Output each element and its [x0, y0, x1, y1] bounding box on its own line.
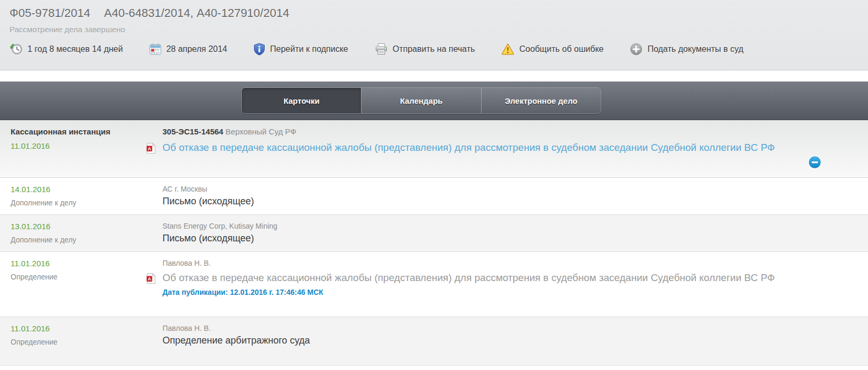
collapse-minus-icon[interactable]	[808, 155, 822, 169]
event-date: 13.01.2016	[11, 222, 157, 231]
related-case-numbers: А40-64831/2014, А40-127910/2014	[104, 6, 290, 20]
event-date: 14.01.2016	[11, 185, 157, 194]
event-row: 11.01.2016 Определение Павлова Н. В. A О…	[0, 252, 868, 317]
supreme-case-line: 305-ЭС15-14564 Верховный Суд РФ	[162, 127, 789, 136]
document-title[interactable]: Об отказе в передаче кассационной жалобы…	[162, 272, 775, 283]
event-date: 11.01.2016	[11, 259, 157, 268]
subscribe-label: Перейти к подписке	[270, 44, 348, 54]
case-status: Рассмотрение дела завершено	[10, 25, 858, 34]
event-row: 14.01.2016 Дополнение к делу АС г. Москв…	[0, 178, 868, 215]
event-author: Stans Energy Corp, Kutisay Mining	[162, 222, 789, 230]
event-title: Определение арбитражного суда	[162, 335, 789, 346]
event-type: Дополнение к делу	[11, 236, 157, 244]
event-row: 11.01.2016 Определение Павлова Н. В. Опр…	[0, 317, 868, 366]
print-label: Отправить на печать	[393, 44, 475, 54]
report-error-label: Сообщить об ошибке	[519, 44, 603, 54]
supreme-case-id: 305-ЭС15-14564	[162, 127, 223, 136]
tab-electronic-case[interactable]: Электронное дело	[481, 88, 601, 113]
event-date: 11.01.2016	[11, 141, 157, 150]
report-error-button[interactable]: Сообщить об ошибке	[501, 43, 603, 55]
tab-calendar[interactable]: Календарь	[361, 88, 481, 113]
submit-documents-button[interactable]: Подать документы в суд	[630, 43, 743, 56]
case-start-date: 28 апреля 2014	[149, 43, 227, 55]
bottom-spacer	[0, 366, 868, 369]
printer-icon	[375, 43, 388, 55]
subscribe-button[interactable]: Перейти к подписке	[254, 43, 348, 56]
case-duration-label: 1 год 8 месяцев 14 дней	[28, 44, 123, 54]
event-title: Письмо (исходящее)	[162, 196, 789, 207]
page-title: Ф05-9781/2014А40-64831/2014, А40-127910/…	[10, 6, 858, 20]
shield-info-icon	[254, 43, 265, 56]
instance-name: Кассационная инстанция	[11, 127, 157, 136]
case-duration: 1 год 8 месяцев 14 дней	[10, 42, 123, 56]
submit-documents-label: Подать документы в суд	[647, 44, 743, 54]
pdf-icon[interactable]: A	[147, 143, 156, 156]
calendar-icon	[149, 43, 161, 55]
view-tabs: Карточки Календарь Электронное дело	[241, 87, 601, 114]
document-link[interactable]: Об отказе в передаче кассационной жалобы…	[162, 142, 775, 153]
view-tabbar: Карточки Календарь Электронное дело	[0, 82, 868, 120]
case-start-date-label: 28 апреля 2014	[166, 44, 227, 54]
event-type: Определение	[11, 273, 157, 281]
header-spacer	[0, 70, 868, 82]
court-name: Верховный Суд РФ	[225, 127, 296, 136]
instance-header-row: Кассационная инстанция 11.01.2016 305-ЭС…	[0, 120, 868, 178]
svg-text:A: A	[148, 146, 151, 151]
history-clock-icon	[10, 42, 23, 56]
warning-icon	[501, 43, 514, 55]
pdf-icon[interactable]: A	[147, 273, 156, 286]
case-number: Ф05-9781/2014	[10, 6, 91, 20]
event-author: Павлова Н. В.	[162, 259, 789, 267]
event-type: Дополнение к делу	[11, 198, 157, 207]
svg-text:A: A	[148, 276, 151, 282]
case-header: Ф05-9781/2014А40-64831/2014, А40-127910/…	[0, 0, 868, 70]
event-title: Письмо (исходящее)	[162, 233, 789, 244]
print-button[interactable]: Отправить на печать	[375, 43, 475, 55]
event-author: Павлова Н. В.	[162, 324, 789, 332]
tab-cards[interactable]: Карточки	[242, 88, 361, 113]
event-author: АС г. Москвы	[162, 185, 789, 193]
event-row: 13.01.2016 Дополнение к делу Stans Energ…	[0, 215, 868, 252]
plus-circle-icon	[630, 43, 643, 56]
event-type: Определение	[11, 338, 157, 346]
case-toolbar: 1 год 8 месяцев 14 дней 28 апр	[10, 42, 858, 56]
event-date: 11.01.2016	[11, 324, 157, 333]
publication-date: Дата публикации: 12.01.2016 г. 17:46:46 …	[162, 288, 789, 296]
